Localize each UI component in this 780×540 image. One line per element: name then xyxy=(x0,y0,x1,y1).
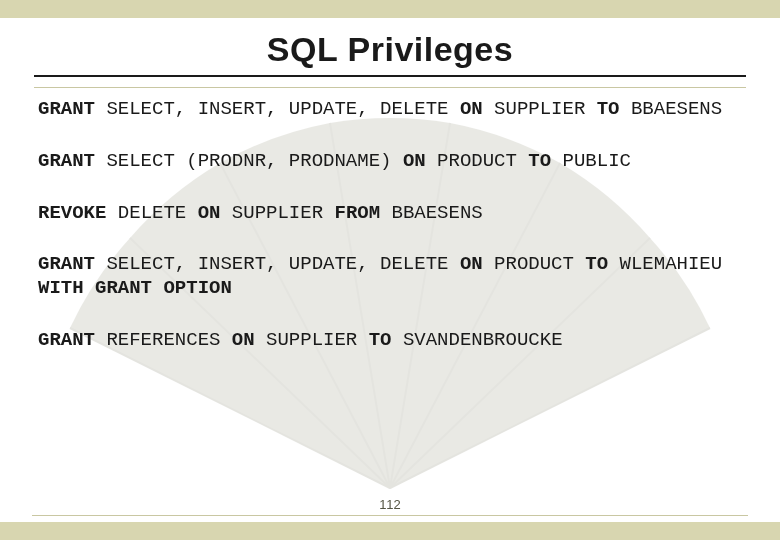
sql-keyword: GRANT xyxy=(38,329,95,351)
top-border xyxy=(0,0,780,18)
slide-body: SQL Privileges GRANT SELECT, INSERT, UPD… xyxy=(0,18,780,522)
sql-text: SELECT (PRODNR, PRODNAME) xyxy=(95,150,403,172)
sql-statement: GRANT SELECT, INSERT, UPDATE, DELETE ON … xyxy=(38,253,742,301)
page-number: 112 xyxy=(379,497,401,512)
sql-statement: REVOKE DELETE ON SUPPLIER FROM BBAESENS xyxy=(38,202,742,226)
footer-rule xyxy=(32,515,748,516)
sql-statement: GRANT SELECT (PRODNR, PRODNAME) ON PRODU… xyxy=(38,150,742,174)
slide-title: SQL Privileges xyxy=(267,30,513,71)
sql-text: PRODUCT xyxy=(426,150,529,172)
title-underline xyxy=(34,75,746,77)
sql-keyword: ON xyxy=(460,98,483,120)
sql-keyword: GRANT xyxy=(38,253,95,275)
sql-text: REFERENCES xyxy=(95,329,232,351)
sql-text: SELECT, INSERT, UPDATE, DELETE xyxy=(95,98,460,120)
sql-text: SUPPLIER xyxy=(483,98,597,120)
sql-statement: GRANT REFERENCES ON SUPPLIER TO SVANDENB… xyxy=(38,329,742,353)
sql-keyword: WITH GRANT OPTION xyxy=(38,277,232,299)
sql-keyword: TO xyxy=(369,329,392,351)
sql-text: BBAESENS xyxy=(620,98,723,120)
sql-statement: GRANT SELECT, INSERT, UPDATE, DELETE ON … xyxy=(38,98,742,122)
sql-keyword: FROM xyxy=(334,202,380,224)
sql-keyword: ON xyxy=(198,202,221,224)
sql-keyword: REVOKE xyxy=(38,202,106,224)
sql-text: DELETE xyxy=(106,202,197,224)
sql-text: SVANDENBROUCKE xyxy=(392,329,563,351)
sql-keyword: TO xyxy=(597,98,620,120)
sql-text: SUPPLIER xyxy=(220,202,334,224)
sql-statements: GRANT SELECT, INSERT, UPDATE, DELETE ON … xyxy=(32,98,748,353)
sql-keyword: GRANT xyxy=(38,98,95,120)
sql-text: SELECT, INSERT, UPDATE, DELETE xyxy=(95,253,460,275)
sql-keyword: ON xyxy=(403,150,426,172)
sql-text: PUBLIC xyxy=(551,150,631,172)
sql-text: SUPPLIER xyxy=(255,329,369,351)
sql-keyword: ON xyxy=(232,329,255,351)
sql-keyword: TO xyxy=(528,150,551,172)
sql-keyword: GRANT xyxy=(38,150,95,172)
sql-keyword: TO xyxy=(585,253,608,275)
sql-keyword: ON xyxy=(460,253,483,275)
sql-text: BBAESENS xyxy=(380,202,483,224)
sql-text: PRODUCT xyxy=(483,253,586,275)
title-sub-underline xyxy=(34,87,746,88)
bottom-border xyxy=(0,522,780,540)
sql-text: WLEMAHIEU xyxy=(608,253,733,275)
